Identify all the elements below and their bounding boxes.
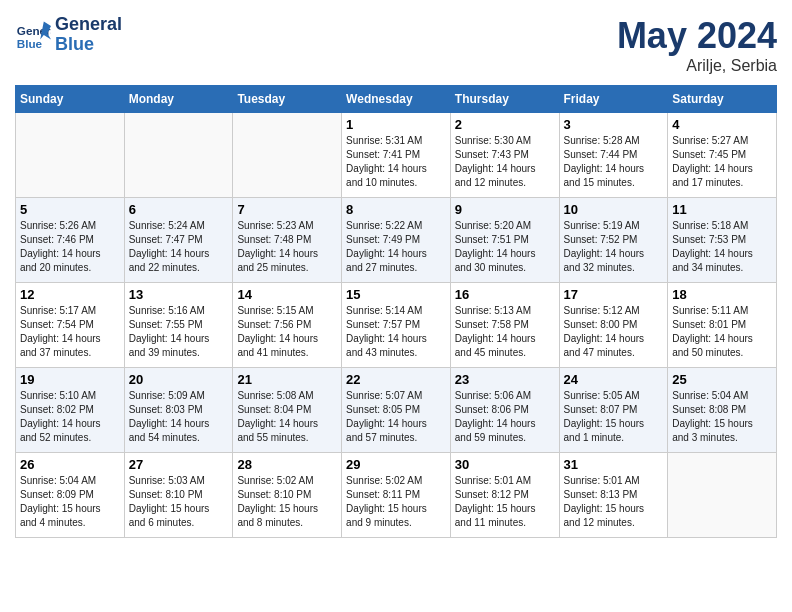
day-number: 5: [20, 202, 120, 217]
day-number: 10: [564, 202, 664, 217]
calendar-day-12: 12Sunrise: 5:17 AM Sunset: 7:54 PM Dayli…: [16, 283, 125, 368]
day-number: 11: [672, 202, 772, 217]
calendar-week-row: 19Sunrise: 5:10 AM Sunset: 8:02 PM Dayli…: [16, 368, 777, 453]
day-info: Sunrise: 5:19 AM Sunset: 7:52 PM Dayligh…: [564, 219, 664, 275]
day-number: 8: [346, 202, 446, 217]
calendar-day-13: 13Sunrise: 5:16 AM Sunset: 7:55 PM Dayli…: [124, 283, 233, 368]
calendar-day-31: 31Sunrise: 5:01 AM Sunset: 8:13 PM Dayli…: [559, 453, 668, 538]
calendar-empty: [124, 113, 233, 198]
day-number: 26: [20, 457, 120, 472]
day-number: 14: [237, 287, 337, 302]
day-number: 4: [672, 117, 772, 132]
logo: General Blue General Blue: [15, 15, 122, 55]
day-info: Sunrise: 5:13 AM Sunset: 7:58 PM Dayligh…: [455, 304, 555, 360]
calendar-day-23: 23Sunrise: 5:06 AM Sunset: 8:06 PM Dayli…: [450, 368, 559, 453]
location-subtitle: Arilje, Serbia: [617, 57, 777, 75]
day-info: Sunrise: 5:22 AM Sunset: 7:49 PM Dayligh…: [346, 219, 446, 275]
day-info: Sunrise: 5:20 AM Sunset: 7:51 PM Dayligh…: [455, 219, 555, 275]
calendar-day-28: 28Sunrise: 5:02 AM Sunset: 8:10 PM Dayli…: [233, 453, 342, 538]
calendar-day-19: 19Sunrise: 5:10 AM Sunset: 8:02 PM Dayli…: [16, 368, 125, 453]
col-header-friday: Friday: [559, 86, 668, 113]
day-info: Sunrise: 5:09 AM Sunset: 8:03 PM Dayligh…: [129, 389, 229, 445]
svg-text:Blue: Blue: [17, 36, 43, 49]
calendar-day-16: 16Sunrise: 5:13 AM Sunset: 7:58 PM Dayli…: [450, 283, 559, 368]
day-number: 31: [564, 457, 664, 472]
day-info: Sunrise: 5:04 AM Sunset: 8:09 PM Dayligh…: [20, 474, 120, 530]
day-info: Sunrise: 5:26 AM Sunset: 7:46 PM Dayligh…: [20, 219, 120, 275]
day-number: 15: [346, 287, 446, 302]
col-header-sunday: Sunday: [16, 86, 125, 113]
day-number: 25: [672, 372, 772, 387]
logo-line2: Blue: [55, 35, 122, 55]
day-info: Sunrise: 5:15 AM Sunset: 7:56 PM Dayligh…: [237, 304, 337, 360]
day-number: 29: [346, 457, 446, 472]
calendar-day-2: 2Sunrise: 5:30 AM Sunset: 7:43 PM Daylig…: [450, 113, 559, 198]
calendar-body: 1Sunrise: 5:31 AM Sunset: 7:41 PM Daylig…: [16, 113, 777, 538]
day-number: 9: [455, 202, 555, 217]
day-info: Sunrise: 5:02 AM Sunset: 8:10 PM Dayligh…: [237, 474, 337, 530]
title-block: May 2024 Arilje, Serbia: [617, 15, 777, 75]
day-info: Sunrise: 5:18 AM Sunset: 7:53 PM Dayligh…: [672, 219, 772, 275]
day-number: 18: [672, 287, 772, 302]
calendar-day-22: 22Sunrise: 5:07 AM Sunset: 8:05 PM Dayli…: [342, 368, 451, 453]
calendar-day-17: 17Sunrise: 5:12 AM Sunset: 8:00 PM Dayli…: [559, 283, 668, 368]
day-info: Sunrise: 5:07 AM Sunset: 8:05 PM Dayligh…: [346, 389, 446, 445]
day-info: Sunrise: 5:11 AM Sunset: 8:01 PM Dayligh…: [672, 304, 772, 360]
col-header-saturday: Saturday: [668, 86, 777, 113]
day-number: 22: [346, 372, 446, 387]
day-number: 3: [564, 117, 664, 132]
day-number: 16: [455, 287, 555, 302]
logo-line1: General: [55, 15, 122, 35]
calendar-week-row: 12Sunrise: 5:17 AM Sunset: 7:54 PM Dayli…: [16, 283, 777, 368]
calendar-day-29: 29Sunrise: 5:02 AM Sunset: 8:11 PM Dayli…: [342, 453, 451, 538]
calendar-week-row: 5Sunrise: 5:26 AM Sunset: 7:46 PM Daylig…: [16, 198, 777, 283]
logo-icon: General Blue: [15, 17, 51, 53]
calendar-day-1: 1Sunrise: 5:31 AM Sunset: 7:41 PM Daylig…: [342, 113, 451, 198]
calendar-empty: [668, 453, 777, 538]
day-info: Sunrise: 5:24 AM Sunset: 7:47 PM Dayligh…: [129, 219, 229, 275]
col-header-wednesday: Wednesday: [342, 86, 451, 113]
day-number: 24: [564, 372, 664, 387]
day-info: Sunrise: 5:12 AM Sunset: 8:00 PM Dayligh…: [564, 304, 664, 360]
day-info: Sunrise: 5:04 AM Sunset: 8:08 PM Dayligh…: [672, 389, 772, 445]
day-number: 12: [20, 287, 120, 302]
day-info: Sunrise: 5:14 AM Sunset: 7:57 PM Dayligh…: [346, 304, 446, 360]
col-header-monday: Monday: [124, 86, 233, 113]
day-info: Sunrise: 5:10 AM Sunset: 8:02 PM Dayligh…: [20, 389, 120, 445]
day-info: Sunrise: 5:30 AM Sunset: 7:43 PM Dayligh…: [455, 134, 555, 190]
day-info: Sunrise: 5:17 AM Sunset: 7:54 PM Dayligh…: [20, 304, 120, 360]
day-number: 13: [129, 287, 229, 302]
calendar-day-27: 27Sunrise: 5:03 AM Sunset: 8:10 PM Dayli…: [124, 453, 233, 538]
calendar-day-8: 8Sunrise: 5:22 AM Sunset: 7:49 PM Daylig…: [342, 198, 451, 283]
calendar-day-15: 15Sunrise: 5:14 AM Sunset: 7:57 PM Dayli…: [342, 283, 451, 368]
calendar-header-row: SundayMondayTuesdayWednesdayThursdayFrid…: [16, 86, 777, 113]
day-number: 2: [455, 117, 555, 132]
day-info: Sunrise: 5:01 AM Sunset: 8:12 PM Dayligh…: [455, 474, 555, 530]
calendar-day-26: 26Sunrise: 5:04 AM Sunset: 8:09 PM Dayli…: [16, 453, 125, 538]
calendar-day-14: 14Sunrise: 5:15 AM Sunset: 7:56 PM Dayli…: [233, 283, 342, 368]
calendar-day-3: 3Sunrise: 5:28 AM Sunset: 7:44 PM Daylig…: [559, 113, 668, 198]
calendar-day-10: 10Sunrise: 5:19 AM Sunset: 7:52 PM Dayli…: [559, 198, 668, 283]
calendar-table: SundayMondayTuesdayWednesdayThursdayFrid…: [15, 85, 777, 538]
calendar-day-21: 21Sunrise: 5:08 AM Sunset: 8:04 PM Dayli…: [233, 368, 342, 453]
day-info: Sunrise: 5:08 AM Sunset: 8:04 PM Dayligh…: [237, 389, 337, 445]
day-info: Sunrise: 5:23 AM Sunset: 7:48 PM Dayligh…: [237, 219, 337, 275]
day-info: Sunrise: 5:02 AM Sunset: 8:11 PM Dayligh…: [346, 474, 446, 530]
day-info: Sunrise: 5:03 AM Sunset: 8:10 PM Dayligh…: [129, 474, 229, 530]
calendar-day-18: 18Sunrise: 5:11 AM Sunset: 8:01 PM Dayli…: [668, 283, 777, 368]
day-number: 1: [346, 117, 446, 132]
day-number: 28: [237, 457, 337, 472]
day-number: 19: [20, 372, 120, 387]
calendar-day-24: 24Sunrise: 5:05 AM Sunset: 8:07 PM Dayli…: [559, 368, 668, 453]
day-number: 23: [455, 372, 555, 387]
day-number: 21: [237, 372, 337, 387]
day-number: 30: [455, 457, 555, 472]
day-number: 20: [129, 372, 229, 387]
day-number: 17: [564, 287, 664, 302]
calendar-empty: [16, 113, 125, 198]
day-info: Sunrise: 5:28 AM Sunset: 7:44 PM Dayligh…: [564, 134, 664, 190]
calendar-day-4: 4Sunrise: 5:27 AM Sunset: 7:45 PM Daylig…: [668, 113, 777, 198]
day-number: 27: [129, 457, 229, 472]
calendar-day-5: 5Sunrise: 5:26 AM Sunset: 7:46 PM Daylig…: [16, 198, 125, 283]
calendar-day-11: 11Sunrise: 5:18 AM Sunset: 7:53 PM Dayli…: [668, 198, 777, 283]
